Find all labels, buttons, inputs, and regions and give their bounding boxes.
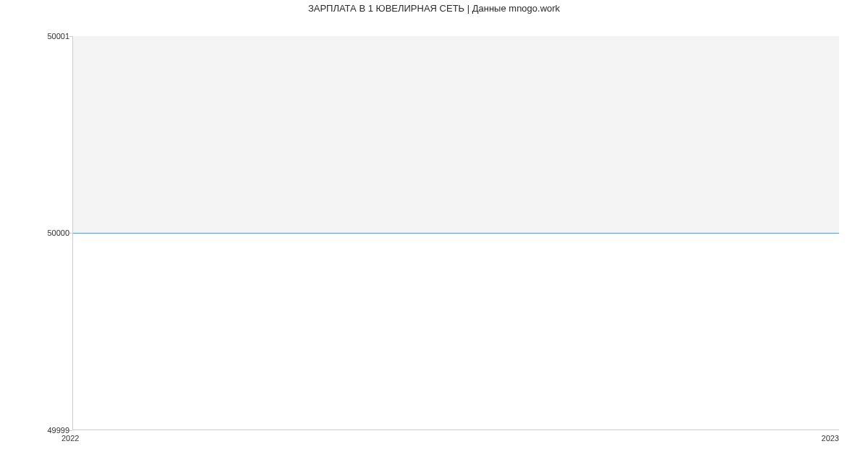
y-tick-label: 50000 [47, 228, 69, 237]
y-tick-mark [69, 430, 72, 431]
y-tick-label: 50001 [47, 32, 69, 40]
x-tick-label: 2022 [61, 434, 79, 443]
y-tick-mark [69, 36, 72, 37]
data-line [73, 233, 839, 234]
chart-title: ЗАРПЛАТА В 1 ЮВЕЛИРНАЯ СЕТЬ | Данные mno… [0, 3, 868, 14]
x-tick-label: 2023 [822, 434, 839, 443]
chart-container: ЗАРПЛАТА В 1 ЮВЕЛИРНАЯ СЕТЬ | Данные mno… [0, 0, 868, 470]
plot-area [72, 36, 839, 430]
shaded-region [73, 36, 839, 233]
y-tick-mark [69, 233, 72, 234]
